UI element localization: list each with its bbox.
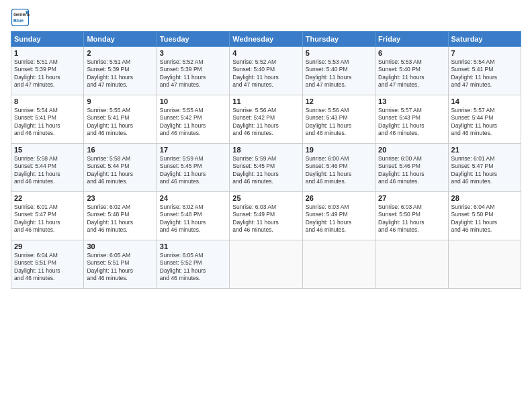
calendar-header: SundayMondayTuesdayWednesdayThursdayFrid… [11,32,521,47]
day-number: 10 [160,97,226,105]
calendar-cell: 16Sunrise: 5:58 AM Sunset: 5:44 PM Dayli… [84,144,157,192]
calendar-cell: 7Sunrise: 5:54 AM Sunset: 5:41 PM Daylig… [448,47,521,95]
header-row: General Blue [11,8,521,27]
cell-content: Sunrise: 6:03 AM Sunset: 5:49 PM Dayligh… [232,203,299,234]
day-number: 14 [451,97,518,105]
cell-content: Sunrise: 6:04 AM Sunset: 5:51 PM Dayligh… [14,252,81,283]
day-number: 9 [87,97,153,105]
day-number: 28 [451,194,518,202]
calendar-cell: 21Sunrise: 6:01 AM Sunset: 5:47 PM Dayli… [448,144,521,192]
calendar-week-4: 22Sunrise: 6:01 AM Sunset: 5:47 PM Dayli… [11,192,521,240]
calendar-cell: 15Sunrise: 5:58 AM Sunset: 5:44 PM Dayli… [11,144,84,192]
cell-content: Sunrise: 5:59 AM Sunset: 5:45 PM Dayligh… [160,155,226,186]
calendar-cell: 14Sunrise: 5:57 AM Sunset: 5:44 PM Dayli… [448,95,521,144]
day-number: 12 [306,97,372,105]
day-number: 3 [160,49,226,57]
cell-content: Sunrise: 5:56 AM Sunset: 5:43 PM Dayligh… [306,107,372,138]
cell-content: Sunrise: 5:58 AM Sunset: 5:44 PM Dayligh… [87,155,153,186]
calendar-cell: 23Sunrise: 6:02 AM Sunset: 5:48 PM Dayli… [84,192,157,240]
cell-content: Sunrise: 5:55 AM Sunset: 5:42 PM Dayligh… [160,107,226,138]
cell-content: Sunrise: 6:01 AM Sunset: 5:47 PM Dayligh… [14,203,81,234]
calendar-cell: 3Sunrise: 5:52 AM Sunset: 5:39 PM Daylig… [157,47,229,95]
calendar-cell: 13Sunrise: 5:57 AM Sunset: 5:43 PM Dayli… [375,95,448,144]
header-row-days: SundayMondayTuesdayWednesdayThursdayFrid… [11,32,521,47]
day-header-friday: Friday [375,32,448,47]
calendar-cell: 10Sunrise: 5:55 AM Sunset: 5:42 PM Dayli… [157,95,229,144]
calendar-cell: 27Sunrise: 6:03 AM Sunset: 5:50 PM Dayli… [375,192,448,240]
day-number: 24 [160,194,226,202]
cell-content: Sunrise: 5:53 AM Sunset: 5:40 PM Dayligh… [306,58,372,89]
cell-content: Sunrise: 6:00 AM Sunset: 5:46 PM Dayligh… [306,155,372,186]
day-header-saturday: Saturday [448,32,521,47]
day-number: 17 [160,146,226,154]
day-header-monday: Monday [84,32,157,47]
calendar-cell: 30Sunrise: 6:05 AM Sunset: 5:51 PM Dayli… [84,240,157,289]
cell-content: Sunrise: 6:05 AM Sunset: 5:52 PM Dayligh… [160,252,226,283]
day-number: 8 [14,97,81,105]
calendar-cell: 1Sunrise: 5:51 AM Sunset: 5:39 PM Daylig… [11,47,84,95]
cell-content: Sunrise: 5:58 AM Sunset: 5:44 PM Dayligh… [14,155,81,186]
cell-content: Sunrise: 5:57 AM Sunset: 5:44 PM Dayligh… [451,107,518,138]
day-number: 31 [160,242,226,250]
day-number: 2 [87,49,153,57]
calendar-cell [230,240,302,289]
calendar-cell: 8Sunrise: 5:54 AM Sunset: 5:41 PM Daylig… [11,95,84,144]
day-number: 7 [451,49,518,57]
day-number: 1 [14,49,81,57]
day-number: 29 [14,242,81,250]
page-container: General Blue SundayMondayTuesdayWednesda… [0,0,532,411]
cell-content: Sunrise: 6:01 AM Sunset: 5:47 PM Dayligh… [451,155,518,186]
cell-content: Sunrise: 6:02 AM Sunset: 5:48 PM Dayligh… [87,203,153,234]
cell-content: Sunrise: 5:52 AM Sunset: 5:40 PM Dayligh… [232,58,299,89]
svg-text:Blue: Blue [13,18,24,23]
day-header-sunday: Sunday [11,32,84,47]
cell-content: Sunrise: 5:54 AM Sunset: 5:41 PM Dayligh… [451,58,518,89]
calendar-cell: 6Sunrise: 5:53 AM Sunset: 5:40 PM Daylig… [375,47,448,95]
day-number: 5 [306,49,372,57]
calendar-cell: 18Sunrise: 5:59 AM Sunset: 5:45 PM Dayli… [230,144,302,192]
calendar-cell: 9Sunrise: 5:55 AM Sunset: 5:41 PM Daylig… [84,95,157,144]
day-header-wednesday: Wednesday [230,32,302,47]
day-number: 16 [87,146,153,154]
logo-icon: General Blue [11,8,30,27]
calendar-cell: 17Sunrise: 5:59 AM Sunset: 5:45 PM Dayli… [157,144,229,192]
cell-content: Sunrise: 6:02 AM Sunset: 5:48 PM Dayligh… [160,203,226,234]
calendar-cell: 29Sunrise: 6:04 AM Sunset: 5:51 PM Dayli… [11,240,84,289]
cell-content: Sunrise: 5:51 AM Sunset: 5:39 PM Dayligh… [87,58,153,89]
calendar-cell: 2Sunrise: 5:51 AM Sunset: 5:39 PM Daylig… [84,47,157,95]
calendar-cell [302,240,375,289]
cell-content: Sunrise: 5:54 AM Sunset: 5:41 PM Dayligh… [14,107,81,138]
cell-content: Sunrise: 5:52 AM Sunset: 5:39 PM Dayligh… [160,58,226,89]
day-header-thursday: Thursday [302,32,375,47]
cell-content: Sunrise: 5:59 AM Sunset: 5:45 PM Dayligh… [232,155,299,186]
calendar-cell: 11Sunrise: 5:56 AM Sunset: 5:42 PM Dayli… [230,95,302,144]
cell-content: Sunrise: 6:00 AM Sunset: 5:46 PM Dayligh… [378,155,445,186]
day-number: 22 [14,194,81,202]
day-number: 27 [378,194,445,202]
day-number: 19 [306,146,372,154]
cell-content: Sunrise: 6:04 AM Sunset: 5:50 PM Dayligh… [451,203,518,234]
cell-content: Sunrise: 6:03 AM Sunset: 5:49 PM Dayligh… [306,203,372,234]
calendar-cell: 19Sunrise: 6:00 AM Sunset: 5:46 PM Dayli… [302,144,375,192]
day-number: 23 [87,194,153,202]
day-number: 15 [14,146,81,154]
calendar-cell: 5Sunrise: 5:53 AM Sunset: 5:40 PM Daylig… [302,47,375,95]
calendar-cell: 28Sunrise: 6:04 AM Sunset: 5:50 PM Dayli… [448,192,521,240]
calendar-cell [448,240,521,289]
calendar-cell: 4Sunrise: 5:52 AM Sunset: 5:40 PM Daylig… [230,47,302,95]
cell-content: Sunrise: 5:56 AM Sunset: 5:42 PM Dayligh… [232,107,299,138]
cell-content: Sunrise: 5:53 AM Sunset: 5:40 PM Dayligh… [378,58,445,89]
day-number: 25 [232,194,299,202]
cell-content: Sunrise: 6:03 AM Sunset: 5:50 PM Dayligh… [378,203,445,234]
day-number: 30 [87,242,153,250]
calendar-table: SundayMondayTuesdayWednesdayThursdayFrid… [11,31,521,289]
calendar-cell: 31Sunrise: 6:05 AM Sunset: 5:52 PM Dayli… [157,240,229,289]
calendar-cell: 12Sunrise: 5:56 AM Sunset: 5:43 PM Dayli… [302,95,375,144]
day-number: 13 [378,97,445,105]
calendar-cell: 26Sunrise: 6:03 AM Sunset: 5:49 PM Dayli… [302,192,375,240]
cell-content: Sunrise: 6:05 AM Sunset: 5:51 PM Dayligh… [87,252,153,283]
day-number: 11 [232,97,299,105]
day-number: 6 [378,49,445,57]
cell-content: Sunrise: 5:57 AM Sunset: 5:43 PM Dayligh… [378,107,445,138]
day-number: 21 [451,146,518,154]
